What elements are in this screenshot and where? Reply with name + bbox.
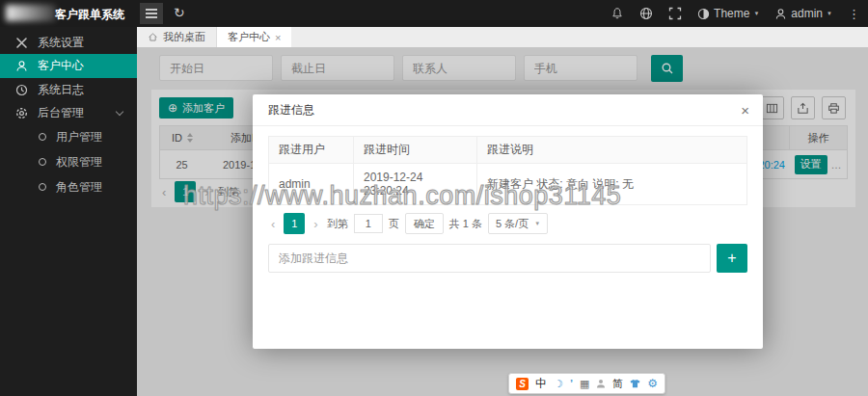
- app-title: 客户跟单系统: [55, 7, 124, 23]
- home-icon: [148, 32, 158, 42]
- user-label: admin: [791, 7, 823, 20]
- follow-up-row: admin 2019-12-24 23:20:24 新建客户 状态: 意向 说明…: [269, 164, 747, 205]
- goto-page-input[interactable]: [354, 214, 383, 233]
- user-menu[interactable]: admin ▼: [774, 7, 832, 20]
- more-menu-icon[interactable]: ⋮: [848, 7, 860, 21]
- logo-blur: [6, 5, 56, 21]
- add-follow-up-button[interactable]: +: [717, 244, 747, 273]
- chevron-down-icon: ▼: [753, 11, 759, 16]
- column-header-time: 跟进时间: [354, 137, 477, 164]
- theme-label: Theme: [714, 7, 749, 20]
- sidebar-item-customer-center[interactable]: 客户中心: [0, 54, 137, 78]
- modal-title: 跟进信息: [253, 94, 763, 126]
- punctuation-icon[interactable]: ’: [570, 378, 573, 389]
- follow-up-table: 跟进用户 跟进时间 跟进说明 admin 2019-12-24 23:20:24…: [268, 136, 747, 205]
- theme-menu[interactable]: Theme ▼: [697, 7, 759, 20]
- column-header-desc: 跟进说明: [477, 137, 747, 164]
- tab-customer-center[interactable]: 客户中心 ×: [217, 27, 291, 47]
- sidebar-subitem-permission-management[interactable]: 权限管理: [0, 149, 137, 174]
- follow-up-header-row: 跟进用户 跟进时间 跟进说明: [269, 137, 747, 164]
- cell-desc: 新建客户 状态: 意向 说明: 无: [477, 164, 747, 205]
- tab-label: 客户中心: [228, 30, 270, 44]
- modal-pagination: ‹ 1 › 到第 页 确定 共 1 条 5 条/页 ▼: [268, 213, 747, 234]
- modal-body: 跟进用户 跟进时间 跟进说明 admin 2019-12-24 23:20:24…: [253, 126, 763, 273]
- chevron-down-icon: [116, 108, 123, 116]
- per-page-value: 5 条/页: [496, 217, 529, 231]
- confirm-page-button[interactable]: 确定: [405, 213, 444, 234]
- next-page-icon[interactable]: ›: [311, 217, 320, 231]
- tab-desktop[interactable]: 我的桌面: [137, 27, 217, 47]
- moon-icon[interactable]: ☽: [554, 378, 563, 390]
- sidebar-item-label: 后台管理: [38, 105, 84, 121]
- circle-icon: [39, 183, 46, 191]
- person-icon[interactable]: [596, 375, 606, 392]
- theme-icon: [697, 8, 710, 20]
- globe-icon[interactable]: [639, 7, 653, 20]
- sidebar-subitem-label: 权限管理: [56, 154, 102, 171]
- sidebar-item-label: 系统日志: [38, 82, 84, 98]
- chinese-mode-icon[interactable]: 中: [535, 376, 547, 392]
- person-icon: [14, 60, 28, 72]
- total-count-label: 共 1 条: [449, 217, 482, 231]
- follow-up-modal: 跟进信息 × 跟进用户 跟进时间 跟进说明 admin 2019-12-24 2…: [253, 94, 763, 349]
- tab-bar: 我的桌面 客户中心 ×: [137, 27, 868, 47]
- sidebar-item-backend-admin[interactable]: 后台管理: [0, 101, 137, 124]
- sidebar-item-system-settings[interactable]: 系统设置: [0, 31, 137, 54]
- sidebar-item-label: 系统设置: [38, 35, 84, 51]
- sogou-logo-icon[interactable]: S: [516, 378, 529, 390]
- sidebar-subitem-label: 角色管理: [56, 179, 102, 196]
- sidebar-item-system-log[interactable]: 系统日志: [0, 78, 137, 101]
- sidebar-subitem-role-management[interactable]: 角色管理: [0, 174, 137, 199]
- bell-icon[interactable]: [610, 7, 624, 20]
- collapse-menu-icon[interactable]: [140, 3, 163, 24]
- column-header-user: 跟进用户: [269, 137, 354, 164]
- ime-toolbar: S 中 ☽ ’ ▦ 简 ⚙: [508, 373, 665, 394]
- top-header: 客户跟单系统 ↻ Theme ▼ admin ▼ ⋮: [0, 0, 868, 27]
- sidebar-subitem-label: 用户管理: [56, 129, 102, 145]
- current-page[interactable]: 1: [284, 213, 305, 234]
- gear-icon: [14, 107, 28, 119]
- chevron-down-icon: ▼: [534, 221, 540, 226]
- clock-icon: [14, 84, 28, 96]
- per-page-select[interactable]: 5 条/页 ▼: [488, 213, 548, 234]
- fullscreen-icon[interactable]: [668, 7, 682, 20]
- refresh-icon[interactable]: ↻: [174, 5, 185, 20]
- sidebar-subitem-user-management[interactable]: 用户管理: [0, 124, 137, 149]
- page-unit-label: 页: [389, 217, 399, 231]
- close-modal-icon[interactable]: ×: [741, 102, 749, 119]
- cell-user: admin: [269, 164, 354, 205]
- add-follow-up-input[interactable]: [268, 244, 711, 273]
- sidebar: 系统设置 客户中心 系统日志 后台管理 用户管理 权限管理: [0, 27, 137, 396]
- keyboard-icon[interactable]: ▦: [580, 378, 589, 390]
- tab-label: 我的桌面: [163, 30, 205, 44]
- hamburger-bars: [146, 13, 157, 14]
- circle-icon: [39, 133, 46, 141]
- skin-icon[interactable]: [630, 375, 640, 392]
- brand: 客户跟单系统: [0, 0, 137, 27]
- chevron-down-icon: ▼: [827, 11, 832, 16]
- cell-time: 2019-12-24 23:20:24: [354, 164, 477, 205]
- app-screen: 客户跟单系统 ↻ Theme ▼ admin ▼ ⋮: [0, 0, 868, 396]
- circle-icon: [39, 158, 46, 166]
- close-tab-icon[interactable]: ×: [275, 32, 281, 43]
- gear-icon[interactable]: ⚙: [647, 377, 658, 390]
- simplified-mode-icon[interactable]: 简: [612, 377, 623, 391]
- sidebar-item-label: 客户中心: [38, 58, 84, 74]
- prev-page-icon[interactable]: ‹: [268, 217, 278, 231]
- header-actions: Theme ▼ admin ▼ ⋮: [610, 0, 860, 27]
- add-follow-up-row: +: [268, 244, 747, 273]
- tools-icon: [14, 37, 28, 49]
- user-icon: [774, 8, 787, 20]
- goto-label: 到第: [327, 217, 348, 231]
